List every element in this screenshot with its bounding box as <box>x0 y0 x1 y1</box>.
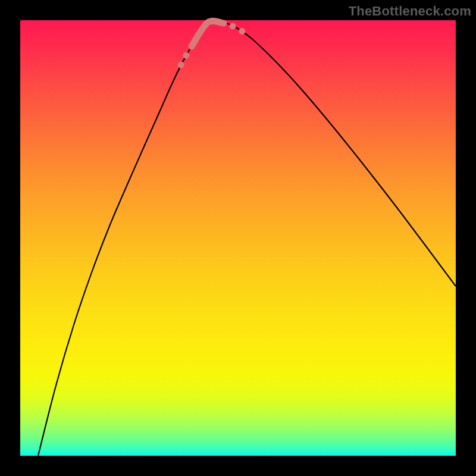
highlight-bottom-segment <box>192 21 224 46</box>
highlight-dots-right <box>233 26 246 34</box>
chart-frame: TheBottleneck.com <box>0 0 476 476</box>
curve-layer <box>20 20 456 456</box>
attribution-text: TheBottleneck.com <box>349 4 471 19</box>
bottleneck-curve <box>38 23 456 456</box>
